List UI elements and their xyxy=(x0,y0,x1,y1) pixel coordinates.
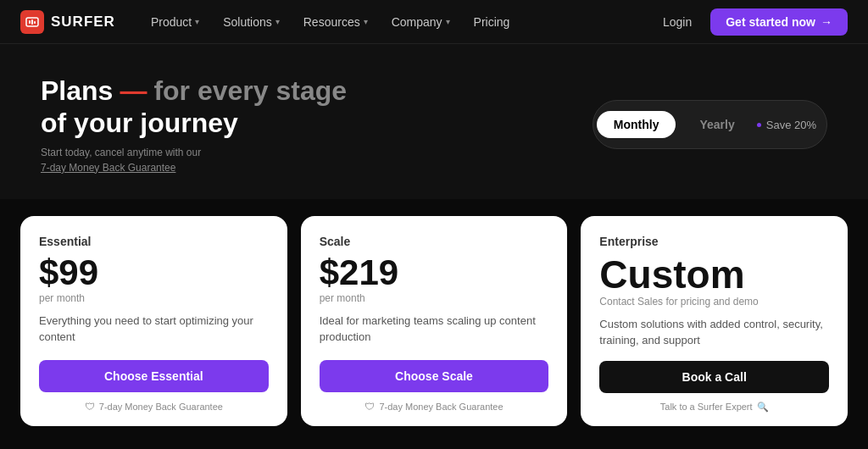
navbar: SURFER Product ▾ Solutions ▾ Resources ▾… xyxy=(0,0,868,44)
essential-price: $99 xyxy=(39,255,269,291)
essential-description: Everything you need to start optimizing … xyxy=(39,313,269,348)
shield-icon: 🛡 xyxy=(364,401,375,413)
hero-headline: Plans—for every stage of your journey xyxy=(41,75,347,140)
nav-resources[interactable]: Resources ▾ xyxy=(295,10,376,34)
hero-text: Plans—for every stage of your journey St… xyxy=(41,75,347,175)
logo[interactable]: SURFER xyxy=(20,10,115,34)
search-icon: 🔍 xyxy=(757,402,769,413)
monthly-toggle[interactable]: Monthly xyxy=(597,111,676,138)
chevron-down-icon: ▾ xyxy=(195,17,199,26)
essential-period: per month xyxy=(39,292,269,304)
essential-guarantee: 🛡 7-day Money Back Guarantee xyxy=(39,401,269,413)
get-started-button[interactable]: Get started now → xyxy=(710,8,848,36)
enterprise-footer: Talk to a Surfer Expert 🔍 xyxy=(599,402,829,413)
logo-icon xyxy=(20,10,44,34)
hero-section: Plans—for every stage of your journey St… xyxy=(0,44,868,199)
login-button[interactable]: Login xyxy=(651,10,704,34)
pricing-section: Essential $99 per month Everything you n… xyxy=(0,199,868,443)
nav-pricing[interactable]: Pricing xyxy=(465,10,519,34)
scale-price: $219 xyxy=(320,255,549,291)
nav-solutions[interactable]: Solutions ▾ xyxy=(214,10,288,34)
chevron-down-icon: ▾ xyxy=(446,17,450,26)
scale-tier: Scale xyxy=(320,235,549,248)
essential-card: Essential $99 per month Everything you n… xyxy=(20,216,287,426)
dot-icon xyxy=(757,123,761,127)
chevron-down-icon: ▾ xyxy=(364,17,368,26)
nav-product[interactable]: Product ▾ xyxy=(142,10,208,34)
svg-rect-2 xyxy=(31,19,33,25)
enterprise-tier: Enterprise xyxy=(599,235,829,248)
shield-icon: 🛡 xyxy=(85,401,95,413)
enterprise-card: Enterprise Custom Contact Sales for pric… xyxy=(581,216,848,426)
billing-toggle[interactable]: Monthly Yearly Save 20% xyxy=(593,100,827,149)
arrow-icon: → xyxy=(821,15,832,29)
scale-card: Scale $219 per month Ideal for marketing… xyxy=(301,216,568,426)
enterprise-period: Contact Sales for pricing and demo xyxy=(599,296,829,308)
hero-subtext: Start today, cancel anytime with our 7-d… xyxy=(41,145,210,175)
yearly-option[interactable]: Yearly Save 20% xyxy=(679,104,823,145)
svg-rect-1 xyxy=(29,20,31,24)
essential-tier: Essential xyxy=(39,235,269,248)
nav-company[interactable]: Company ▾ xyxy=(383,10,459,34)
scale-description: Ideal for marketing teams scaling up con… xyxy=(320,313,549,348)
book-call-button[interactable]: Book a Call xyxy=(599,361,829,393)
yearly-toggle[interactable]: Yearly xyxy=(682,111,751,138)
enterprise-description: Custom solutions with added control, sec… xyxy=(599,316,829,349)
choose-scale-button[interactable]: Choose Scale xyxy=(320,360,549,392)
chevron-down-icon: ▾ xyxy=(275,17,280,26)
enterprise-price: Custom xyxy=(599,255,829,294)
svg-rect-3 xyxy=(34,21,36,24)
scale-period: per month xyxy=(320,292,549,304)
save-badge-text: Save 20% xyxy=(766,119,816,131)
scale-guarantee: 🛡 7-day Money Back Guarantee xyxy=(320,401,549,413)
choose-essential-button[interactable]: Choose Essential xyxy=(39,360,269,392)
logo-text: SURFER xyxy=(51,14,115,30)
